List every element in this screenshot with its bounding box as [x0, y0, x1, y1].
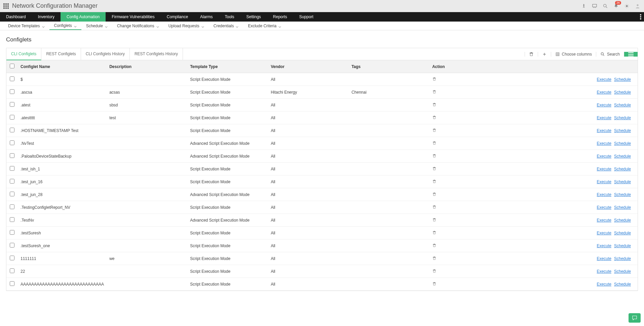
- schedule-link[interactable]: Schedule: [614, 205, 631, 210]
- row-checkbox[interactable]: [10, 166, 14, 171]
- tab-cli-configlets[interactable]: CLI Configlets: [6, 48, 41, 60]
- schedule-link[interactable]: Schedule: [614, 128, 631, 133]
- trash-icon[interactable]: [432, 218, 437, 223]
- execute-link[interactable]: Execute: [597, 154, 611, 159]
- row-checkbox[interactable]: [10, 140, 14, 145]
- execute-link[interactable]: Execute: [597, 116, 611, 120]
- nav-item-config-automation[interactable]: Config Automation: [61, 12, 106, 22]
- schedule-link[interactable]: Schedule: [614, 90, 631, 95]
- execute-link[interactable]: Execute: [597, 90, 611, 95]
- trash-icon[interactable]: [432, 257, 437, 261]
- schedule-link[interactable]: Schedule: [614, 77, 631, 82]
- choose-columns-button[interactable]: Choose columns: [551, 52, 596, 57]
- row-checkbox[interactable]: [10, 256, 14, 260]
- trash-icon[interactable]: [432, 269, 437, 274]
- execute-link[interactable]: Execute: [597, 231, 611, 235]
- schedule-link[interactable]: Schedule: [614, 243, 631, 248]
- trash-icon[interactable]: [432, 129, 437, 133]
- schedule-link[interactable]: Schedule: [614, 167, 631, 171]
- execute-link[interactable]: Execute: [597, 192, 611, 197]
- execute-link[interactable]: Execute: [597, 180, 611, 184]
- col-description[interactable]: Description: [107, 60, 187, 73]
- execute-link[interactable]: Execute: [597, 141, 611, 146]
- row-checkbox[interactable]: [10, 217, 14, 222]
- trash-icon[interactable]: [432, 77, 437, 82]
- nav-item-dashboard[interactable]: Dashboard: [0, 12, 32, 22]
- nav-item-settings[interactable]: Settings: [240, 12, 267, 22]
- tab-rest-configlets[interactable]: REST Configlets: [41, 48, 81, 60]
- schedule-link[interactable]: Schedule: [614, 256, 631, 261]
- trash-icon[interactable]: [432, 116, 437, 121]
- schedule-link[interactable]: Schedule: [614, 103, 631, 107]
- execute-link[interactable]: Execute: [597, 218, 611, 223]
- execute-link[interactable]: Execute: [597, 269, 611, 274]
- col-vendor[interactable]: Vendor: [268, 60, 349, 73]
- schedule-link[interactable]: Schedule: [614, 282, 631, 287]
- subnav-item-schedule[interactable]: Schedule: [81, 22, 112, 30]
- trash-icon[interactable]: [432, 244, 437, 249]
- nav-item-inventory[interactable]: Inventory: [32, 12, 61, 22]
- nav-item-compliance[interactable]: Compliance: [161, 12, 194, 22]
- row-checkbox[interactable]: [10, 192, 14, 196]
- subnav-item-change-notifications[interactable]: Change Notifications: [112, 22, 164, 30]
- execute-link[interactable]: Execute: [597, 256, 611, 261]
- row-checkbox[interactable]: [10, 128, 14, 132]
- nav-item-alarms[interactable]: Alarms: [194, 12, 219, 22]
- menu-button[interactable]: [624, 52, 638, 57]
- col-name[interactable]: Configlet Name: [18, 60, 107, 73]
- col-tags[interactable]: Tags: [349, 60, 429, 73]
- row-checkbox[interactable]: [10, 179, 14, 184]
- row-checkbox[interactable]: [10, 89, 14, 94]
- user-avatar-icon[interactable]: [635, 3, 641, 9]
- subnav-item-exclude-criteria[interactable]: Exclude Criteria: [243, 22, 286, 30]
- row-checkbox[interactable]: [10, 230, 14, 235]
- presentation-icon[interactable]: [592, 3, 598, 9]
- trash-icon[interactable]: [432, 231, 437, 236]
- trash-icon[interactable]: [432, 193, 437, 197]
- schedule-link[interactable]: Schedule: [614, 116, 631, 120]
- trash-icon[interactable]: [432, 167, 437, 172]
- search-icon[interactable]: [602, 3, 608, 9]
- row-checkbox[interactable]: [10, 102, 14, 107]
- gear-icon[interactable]: [624, 3, 630, 9]
- tab-cli-configlets-history[interactable]: CLI Configlets History: [81, 48, 130, 60]
- row-checkbox[interactable]: [10, 281, 14, 286]
- schedule-link[interactable]: Schedule: [614, 180, 631, 184]
- tab-rest-configlets-history[interactable]: REST Configlets History: [130, 48, 183, 60]
- row-checkbox[interactable]: [10, 115, 14, 120]
- execute-link[interactable]: Execute: [597, 205, 611, 210]
- trash-icon[interactable]: [432, 90, 437, 95]
- execute-link[interactable]: Execute: [597, 167, 611, 171]
- col-template-type[interactable]: Template Type: [187, 60, 268, 73]
- schedule-link[interactable]: Schedule: [614, 231, 631, 235]
- subnav-item-upload-requests[interactable]: Upload Requests: [164, 22, 209, 30]
- schedule-link[interactable]: Schedule: [614, 218, 631, 223]
- row-checkbox[interactable]: [10, 204, 14, 209]
- nav-item-reports[interactable]: Reports: [267, 12, 293, 22]
- execute-link[interactable]: Execute: [597, 282, 611, 287]
- schedule-link[interactable]: Schedule: [614, 154, 631, 159]
- row-checkbox[interactable]: [10, 76, 14, 81]
- execute-link[interactable]: Execute: [597, 77, 611, 82]
- row-checkbox[interactable]: [10, 153, 14, 158]
- add-button[interactable]: [538, 52, 551, 57]
- execute-link[interactable]: Execute: [597, 103, 611, 107]
- trash-icon[interactable]: [432, 180, 437, 185]
- trash-icon[interactable]: [432, 205, 437, 210]
- row-checkbox[interactable]: [10, 243, 14, 248]
- schedule-link[interactable]: Schedule: [614, 269, 631, 274]
- bell-icon[interactable]: 26: [613, 3, 619, 9]
- trash-icon[interactable]: [432, 282, 437, 287]
- trash-icon[interactable]: [432, 141, 437, 146]
- delete-button[interactable]: [525, 52, 538, 57]
- search-button[interactable]: Search: [596, 52, 624, 57]
- nav-item-tools[interactable]: Tools: [219, 12, 240, 22]
- subnav-item-credentials[interactable]: Credentials: [209, 22, 243, 30]
- subnav-item-configlets[interactable]: Configlets: [49, 22, 81, 30]
- nav-item-support[interactable]: Support: [293, 12, 319, 22]
- execute-link[interactable]: Execute: [597, 128, 611, 133]
- nav-item-firmware-vulnerabilities[interactable]: Firmware Vulnerabilities: [106, 12, 161, 22]
- subnav-item-device-templates[interactable]: Device Templates: [3, 22, 49, 30]
- apps-grid-icon[interactable]: [3, 3, 9, 9]
- nav-more-icon[interactable]: [640, 12, 641, 22]
